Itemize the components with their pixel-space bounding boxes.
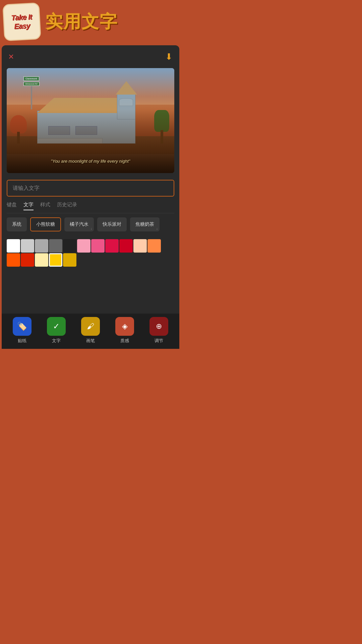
color-swatch-gold[interactable] xyxy=(63,253,76,267)
nav-text-label: 文字 xyxy=(52,338,61,344)
tab-text[interactable]: 文字 xyxy=(23,202,34,210)
color-swatch-brick[interactable] xyxy=(21,253,34,267)
sticker-icon: 🏷️ xyxy=(13,317,32,336)
editor-panel: × ⬇ Claremont Elmwood AV xyxy=(2,45,179,314)
download-icon: ⬇ xyxy=(165,52,173,62)
color-swatch-lyellow[interactable] xyxy=(35,253,48,267)
color-swatch-lgray[interactable] xyxy=(21,239,34,253)
color-swatch-lpeach[interactable] xyxy=(133,239,147,253)
image-container: Claremont Elmwood AV xyxy=(7,68,174,173)
color-swatch-white[interactable] xyxy=(7,239,20,253)
tab-history[interactable]: 历史记录 xyxy=(57,202,77,210)
movie-frame: Claremont Elmwood AV xyxy=(7,68,174,173)
check-icon: ✓ xyxy=(53,322,60,331)
color-swatch-orange[interactable] xyxy=(147,239,161,253)
subtitle-area: "You are moonlight of my life every nigh… xyxy=(32,158,149,165)
close-icon: × xyxy=(8,51,14,62)
editor-toolbar: × ⬇ xyxy=(7,50,174,63)
nav-texture[interactable]: ◈ 质感 xyxy=(115,317,134,344)
color-palette xyxy=(7,239,174,267)
color-swatch-dgray[interactable] xyxy=(49,239,62,253)
tab-bar: 键盘 文字 样式 历史记录 xyxy=(7,202,174,213)
subtitle-text: "You are moonlight of my life every nigh… xyxy=(32,158,149,165)
color-swatch-red[interactable] xyxy=(105,239,119,253)
color-swatch-black[interactable] xyxy=(63,239,76,253)
adjust-icon: ⊕ xyxy=(149,317,168,336)
logo-text: Take ItEasy xyxy=(11,12,33,31)
color-swatch-lpink[interactable] xyxy=(77,239,90,253)
font-orange-soda[interactable]: 橘子汽水 ↓ xyxy=(64,217,94,231)
font-system[interactable]: 系统 xyxy=(7,217,27,231)
color-swatch-dorange[interactable] xyxy=(7,253,20,267)
color-swatch-dred[interactable] xyxy=(119,239,133,253)
nav-adjust-label: 调节 xyxy=(155,338,163,344)
font-happy-party[interactable]: 快乐派对 xyxy=(97,217,127,231)
nav-brush[interactable]: 🖌 画笔 xyxy=(81,317,100,344)
nav-adjust[interactable]: ⊕ 调节 xyxy=(149,317,168,344)
font-options: 系统 小熊软糖 橘子汽水 ↓ 快乐派对 焦糖奶茶 ↓ xyxy=(7,217,174,234)
page-title: 实用文字 xyxy=(45,10,118,34)
color-swatch-mpink[interactable] xyxy=(91,239,105,253)
header: Take ItEasy 实用文字 xyxy=(0,0,181,45)
texture-icon: ◈ xyxy=(115,317,134,336)
nav-brush-label: 画笔 xyxy=(86,338,95,344)
close-button[interactable]: × xyxy=(7,50,15,63)
nav-texture-label: 质感 xyxy=(120,338,129,344)
color-swatch-mgray[interactable] xyxy=(35,239,48,253)
bottom-nav-items: 🏷️ 贴纸 ✓ 文字 🖌 画笔 ◈ 质感 ⊕ 调节 xyxy=(5,317,176,344)
font-bear-candy[interactable]: 小熊软糖 xyxy=(30,217,61,231)
tab-keyboard[interactable]: 键盘 xyxy=(7,202,17,210)
nav-sticker[interactable]: 🏷️ 贴纸 xyxy=(13,317,32,344)
empty-space xyxy=(7,272,174,299)
text-input[interactable] xyxy=(7,180,174,197)
brush-icon: 🖌 xyxy=(81,317,100,336)
download-button[interactable]: ⬇ xyxy=(164,51,174,63)
nav-text[interactable]: ✓ 文字 xyxy=(47,317,66,344)
tab-style[interactable]: 样式 xyxy=(40,202,50,210)
bottom-nav: 🏷️ 贴纸 ✓ 文字 🖌 画笔 ◈ 质感 ⊕ 调节 xyxy=(2,314,179,349)
text-nav-icon: ✓ xyxy=(47,317,66,336)
font-caramel-tea[interactable]: 焦糖奶茶 ↓ xyxy=(130,217,160,231)
color-swatch-yellow[interactable] xyxy=(49,253,62,267)
logo-badge: Take ItEasy xyxy=(2,2,41,41)
nav-sticker-label: 贴纸 xyxy=(18,338,26,344)
text-input-section xyxy=(7,180,174,197)
